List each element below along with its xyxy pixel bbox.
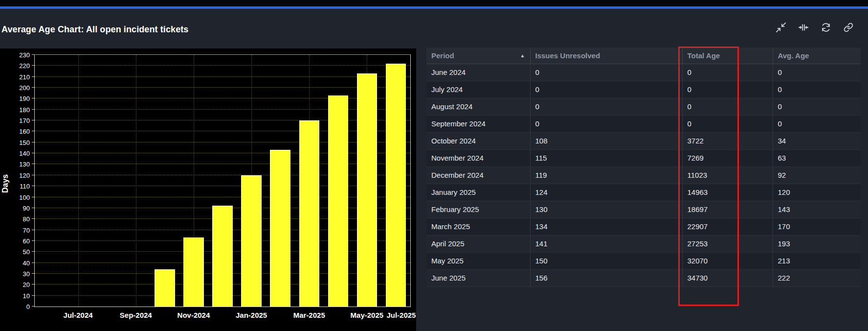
y-tick-label: 210 [19, 73, 30, 80]
table-cell: November 2024 [426, 149, 530, 166]
collapse-icon[interactable] [776, 23, 786, 32]
x-tick-label: May-2025 [351, 311, 384, 319]
table-cell: 0 [682, 64, 773, 81]
y-tick-label: 100 [19, 193, 30, 201]
table-cell: October 2024 [426, 132, 530, 149]
table-row[interactable]: February 202513018697143 [426, 201, 861, 218]
y-tick-label: 150 [19, 139, 30, 146]
table-cell: June 2024 [426, 64, 530, 81]
y-tick-label: 110 [20, 183, 30, 190]
sort-ascending-icon: ▲ [520, 53, 525, 58]
x-tick-label: Mar-2025 [293, 311, 325, 319]
column-header-inner: Issues Unresolved [535, 51, 677, 60]
y-axis-title: Days [1, 174, 10, 193]
y-tick-label: 0 [26, 303, 30, 310]
table-cell: 3722 [682, 132, 773, 149]
accent-line [0, 6, 868, 9]
table-cell: March 2025 [426, 218, 530, 235]
table-row[interactable]: July 2024000 [426, 81, 861, 98]
table-header: Period▲Issues UnresolvedTotal AgeAvg. Ag… [426, 47, 861, 64]
table-cell: 0 [530, 98, 682, 115]
refresh-icon[interactable] [821, 23, 831, 32]
table-cell: 27253 [682, 235, 773, 252]
table-cell: September 2024 [426, 115, 530, 132]
x-axis-labels: Jul-2024Sep-2024Nov-2024Jan-2025Mar-2025… [35, 55, 410, 307]
table-cell: 119 [530, 166, 682, 184]
table-cell: July 2024 [426, 81, 530, 98]
table-cell: January 2025 [426, 184, 530, 201]
table-cell: 143 [773, 201, 861, 218]
y-tick-label: 80 [23, 215, 30, 223]
x-tick-label: Jul-2024 [64, 311, 93, 319]
y-tick-label: 40 [23, 259, 30, 266]
table-row[interactable]: January 202512414963120 [426, 184, 861, 201]
table-cell: 222 [773, 269, 861, 286]
table-cell: 34730 [682, 269, 773, 286]
table-cell: 0 [773, 98, 861, 115]
y-tick-label: 30 [23, 270, 30, 277]
table-cell: 0 [773, 115, 861, 132]
table-cell: 170 [773, 218, 861, 235]
table-row[interactable]: August 2024000 [426, 98, 861, 115]
y-tick-label: 130 [19, 161, 30, 168]
table-cell: 130 [530, 201, 682, 218]
table-cell: 0 [530, 81, 682, 98]
column-header-inner: Avg. Age [778, 51, 856, 60]
table-header-row: Period▲Issues UnresolvedTotal AgeAvg. Ag… [426, 47, 861, 64]
y-tick-label: 120 [19, 171, 30, 179]
table-cell: 7269 [682, 149, 773, 166]
table-cell: 18697 [682, 201, 773, 218]
table-cell: 156 [530, 269, 682, 286]
table-row[interactable]: May 202515032070213 [426, 252, 861, 269]
table-row[interactable]: October 2024108372234 [426, 132, 861, 149]
table-cell: August 2024 [426, 98, 530, 115]
table-cell: 14963 [682, 184, 773, 201]
x-tick-label: Jul-2025 [386, 311, 416, 319]
y-tick-label: 220 [19, 62, 30, 70]
table-cell: 141 [530, 235, 682, 252]
table-row[interactable]: November 2024115726963 [426, 149, 861, 166]
column-label: Avg. Age [778, 51, 809, 60]
table-cell: 34 [773, 132, 861, 149]
table-cell: 0 [530, 115, 682, 132]
y-tick-label: 90 [23, 204, 30, 212]
table-row[interactable]: June 2024000 [426, 64, 861, 81]
x-tick-label: Sep-2024 [120, 311, 152, 319]
column-label: Issues Unresolved [535, 51, 601, 60]
y-tick-label: 230 [19, 51, 30, 59]
y-tick-label: 140 [19, 150, 30, 157]
table-cell: 120 [773, 184, 861, 201]
plot-area: 0102030405060708090100110120130140150160… [34, 54, 411, 307]
column-header-issues-unresolved[interactable]: Issues Unresolved [530, 47, 682, 64]
y-tick-label: 200 [19, 84, 30, 92]
x-tick-label: Nov-2024 [178, 311, 210, 319]
column-header-avg-age[interactable]: Avg. Age [773, 47, 861, 64]
column-header-inner: Total Age [688, 51, 768, 60]
table-cell: April 2025 [426, 235, 530, 252]
column-header-period[interactable]: Period▲ [426, 47, 530, 64]
table-cell: 0 [682, 98, 773, 115]
data-table: Period▲Issues UnresolvedTotal AgeAvg. Ag… [426, 47, 861, 287]
table-cell: 92 [773, 166, 861, 184]
table-row[interactable]: April 202514127253193 [426, 235, 861, 252]
table-cell: 0 [773, 81, 861, 98]
fit-width-icon[interactable] [799, 23, 808, 32]
column-label: Total Age [688, 51, 720, 60]
table-cell: 32070 [682, 252, 773, 269]
widget-toolbar [776, 23, 853, 32]
table-row[interactable]: December 20241191102392 [426, 166, 861, 184]
table-cell: 124 [530, 184, 682, 201]
table-cell: 0 [530, 64, 682, 81]
table-row[interactable]: March 202513422907170 [426, 218, 861, 235]
y-tick-label: 50 [23, 248, 30, 256]
column-header-total-age[interactable]: Total Age [682, 47, 773, 64]
table-cell: 0 [682, 81, 773, 98]
table-cell: 11023 [682, 166, 773, 184]
table-cell: 115 [530, 149, 682, 166]
link-icon[interactable] [844, 23, 853, 32]
table-row[interactable]: September 2024000 [426, 115, 861, 132]
y-tick-label: 60 [23, 237, 30, 244]
table-cell: 0 [682, 115, 773, 132]
table-row[interactable]: June 202515634730222 [426, 269, 861, 286]
column-header-inner: Period▲ [431, 51, 525, 60]
